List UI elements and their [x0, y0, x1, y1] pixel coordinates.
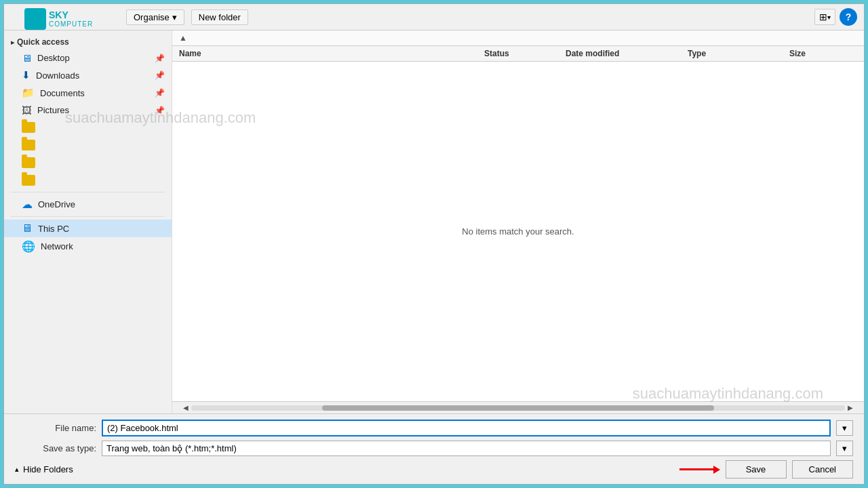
save-type-value: Trang web, toàn bộ (*.htm;*.html) — [106, 443, 237, 453]
organise-chevron: ▾ — [172, 12, 177, 22]
save-type-label: Save as type: — [15, 443, 96, 453]
onedrive-icon: ☁ — [22, 198, 33, 211]
scroll-left-button[interactable]: ◀ — [183, 404, 189, 411]
view-grid-icon: ⊞ — [819, 12, 827, 22]
arrow-head — [713, 466, 720, 474]
quick-access-arrow: ▸ — [11, 39, 14, 46]
new-folder-label: New folder — [199, 12, 241, 22]
sidebar-item-network[interactable]: 🌐 Network — [4, 237, 172, 256]
folder-icon-4 — [22, 175, 35, 186]
help-button[interactable]: ? — [840, 8, 857, 26]
cancel-button[interactable]: Cancel — [792, 460, 853, 479]
column-headers: Name Status Date modified Type Size — [172, 46, 864, 62]
sky-logo-icon: S — [24, 8, 46, 30]
desktop-icon: 🖥 — [22, 52, 32, 64]
main-area: ▸ Quick access 🖥 Desktop 📌 ⬇ Downloads 📌… — [4, 30, 864, 413]
col-size-header[interactable]: Size — [789, 49, 857, 58]
content-body: No items match your search. — [172, 62, 864, 401]
sidebar-item-onedrive[interactable]: ☁ OneDrive — [4, 195, 172, 214]
toolbar-right: ⊞ ▾ ? — [814, 8, 857, 26]
quick-access-header[interactable]: ▸ Quick access — [4, 35, 172, 49]
pictures-label: Pictures — [37, 105, 69, 115]
col-date-header[interactable]: Date modified — [566, 49, 688, 58]
scroll-right-button[interactable]: ▶ — [848, 404, 853, 411]
sidebar-separator-1 — [11, 192, 165, 192]
folder-icon-1 — [22, 122, 35, 133]
view-toggle-button[interactable]: ⊞ ▾ — [814, 9, 835, 25]
help-icon: ? — [846, 12, 852, 22]
folder-icon-3 — [22, 157, 35, 168]
view-chevron-icon: ▾ — [827, 14, 831, 21]
file-name-row: File name: ▾ — [15, 420, 853, 436]
documents-label: Documents — [40, 88, 85, 98]
network-label: Network — [41, 241, 73, 251]
save-type-display: Trang web, toàn bộ (*.htm;*.html) — [102, 441, 831, 456]
downloads-pin-icon: 📌 — [155, 70, 165, 80]
thispc-icon: 🖥 — [22, 222, 33, 235]
file-name-label: File name: — [15, 423, 96, 433]
sky-logo: S SKY COMPUTER — [24, 8, 93, 30]
documents-icon: 📁 — [22, 87, 35, 99]
horizontal-scrollbar[interactable]: ◀ ▶ — [172, 401, 864, 413]
pictures-pin-icon: 📌 — [155, 106, 165, 115]
save-type-row: Save as type: Trang web, toàn bộ (*.htm;… — [15, 441, 853, 456]
col-status-header[interactable]: Status — [484, 49, 566, 58]
sidebar-item-desktop[interactable]: 🖥 Desktop 📌 — [4, 49, 172, 66]
thispc-label: This PC — [38, 224, 69, 234]
sort-up-arrow: ▲ — [179, 33, 187, 43]
desktop-pin-icon: 📌 — [155, 54, 165, 63]
sidebar: ▸ Quick access 🖥 Desktop 📌 ⬇ Downloads 📌… — [4, 30, 172, 413]
col-type-header[interactable]: Type — [688, 49, 789, 58]
arrow-line — [679, 468, 713, 470]
sidebar-item-documents[interactable]: 📁 Documents 📌 — [4, 84, 172, 102]
onedrive-label: OneDrive — [38, 199, 75, 209]
quick-access-label: Quick access — [17, 37, 69, 47]
svg-text:S: S — [33, 16, 37, 24]
save-dialog: suachuamaytinhdanang.com suachuamaytinhd… — [3, 3, 865, 485]
sidebar-separator-2 — [11, 216, 165, 217]
sidebar-item-downloads[interactable]: ⬇ Downloads 📌 — [4, 66, 172, 84]
save-button[interactable]: Save — [726, 460, 787, 479]
documents-pin-icon: 📌 — [155, 88, 165, 98]
sidebar-item-thispc[interactable]: 🖥 This PC — [4, 220, 172, 237]
save-label: Save — [746, 464, 766, 474]
bottom-bar: File name: ▾ Save as type: Trang web, to… — [4, 413, 864, 484]
file-name-input[interactable] — [102, 420, 831, 436]
save-arrow-indicator — [679, 466, 720, 474]
save-type-dropdown-button[interactable]: ▾ — [836, 441, 853, 456]
hide-folders-label: Hide Folders — [23, 464, 73, 474]
pictures-icon: 🖼 — [22, 104, 32, 116]
new-folder-button[interactable]: New folder — [191, 9, 248, 25]
desktop-label: Desktop — [37, 53, 70, 63]
file-name-dropdown-button[interactable]: ▾ — [836, 420, 853, 436]
action-row: ▴ Hide Folders Save Cancel — [15, 460, 853, 479]
downloads-label: Downloads — [36, 70, 79, 81]
no-items-message: No items match your search. — [462, 226, 574, 237]
sidebar-folder-3[interactable] — [4, 154, 172, 171]
cancel-label: Cancel — [809, 464, 836, 474]
scrollbar-track[interactable] — [191, 405, 845, 411]
sidebar-folder-4[interactable] — [4, 171, 172, 189]
organise-button[interactable]: Organise ▾ — [126, 9, 184, 25]
hide-folders-toggle[interactable]: ▴ Hide Folders — [15, 463, 73, 476]
downloads-icon: ⬇ — [22, 69, 31, 81]
sky-brand-text: SKY COMPUTER — [49, 10, 93, 28]
sidebar-folder-1[interactable] — [4, 119, 172, 136]
sidebar-item-pictures[interactable]: 🖼 Pictures 📌 — [4, 102, 172, 119]
content-area: ▲ Name Status Date modified Type Size No… — [172, 30, 864, 413]
scrollbar-thumb[interactable] — [322, 405, 714, 411]
toolbar: S SKY COMPUTER Organise ▾ New folder ⊞ ▾… — [4, 4, 864, 30]
network-icon: 🌐 — [22, 240, 35, 253]
folder-icon-2 — [22, 140, 35, 150]
sort-header[interactable]: ▲ — [172, 30, 864, 46]
sidebar-folder-2[interactable] — [4, 136, 172, 154]
hide-folders-arrow: ▴ — [15, 465, 19, 474]
organise-label: Organise — [134, 12, 170, 22]
col-name-header[interactable]: Name — [179, 49, 484, 58]
